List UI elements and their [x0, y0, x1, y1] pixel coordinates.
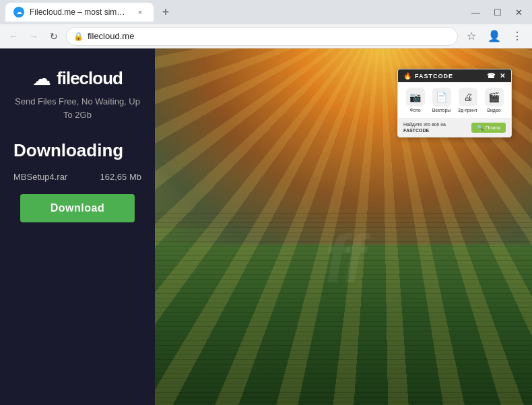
main-content: ff 🔥 FASTCODE ☎ ✕: [155, 49, 532, 405]
fastcode-footer: Найдите это всё на FASTCODE 🔍 Поиск: [398, 118, 511, 137]
field-overlay: [155, 209, 532, 405]
file-name: MBSetup4.rar: [13, 172, 67, 182]
fastcode-header: 🔥 FASTCODE ☎ ✕: [398, 69, 511, 82]
tab-bar: ☁ Filecloud.me – most simple file s × +: [5, 3, 465, 22]
bookmark-button[interactable]: ☆: [462, 27, 481, 46]
maximize-button[interactable]: ☐: [490, 6, 506, 19]
fastcode-search-button[interactable]: 🔍 Поиск: [471, 123, 506, 133]
logo-icon: ☁: [32, 67, 51, 90]
fastcode-print-icon: 🖨: [459, 88, 477, 106]
fastcode-print-label: 3д-принт: [458, 108, 477, 113]
fastcode-footer-line2: FASTCODE: [403, 127, 446, 133]
fastcode-phone-icon[interactable]: ☎: [487, 72, 496, 80]
url-bar[interactable]: 🔒 filecloud.me: [66, 27, 458, 46]
fastcode-label: FASTCODE: [415, 73, 453, 80]
fastcode-logo: 🔥 FASTCODE: [403, 72, 453, 80]
tab-favicon: ☁: [13, 7, 24, 18]
fastcode-video-item[interactable]: 🎬 Видео: [482, 88, 506, 113]
forward-button[interactable]: →: [26, 28, 42, 44]
fastcode-close-icon[interactable]: ✕: [500, 72, 506, 80]
downloading-title: Downloading: [13, 140, 123, 161]
fastcode-vector-icon: 📄: [432, 88, 451, 106]
fastcode-photo-item[interactable]: 📷 Фото: [403, 88, 427, 113]
file-size: 162,65 Mb: [100, 172, 141, 182]
background-scene: ff 🔥 FASTCODE ☎ ✕: [155, 49, 532, 405]
title-bar: ☁ Filecloud.me – most simple file s × + …: [0, 0, 532, 24]
fastcode-print-item[interactable]: 🖨 3д-принт: [456, 88, 479, 113]
sidebar: ☁ filecloud Send Files Free, No Waiting,…: [0, 49, 155, 405]
download-button[interactable]: Download: [20, 194, 135, 222]
url-text: filecloud.me: [88, 31, 134, 41]
fastcode-footer-line1: Найдите это всё на: [403, 121, 446, 127]
fastcode-popup: 🔥 FASTCODE ☎ ✕ 📷 Фото: [397, 69, 512, 137]
fastcode-icons-grid: 📷 Фото 📄 Векторы 🖨 3д-принт 🎬: [398, 82, 511, 118]
close-window-button[interactable]: ✕: [511, 6, 527, 19]
fastcode-photo-label: Фото: [409, 108, 420, 113]
fastcode-search-label: Поиск: [486, 125, 500, 131]
address-bar: ← → ↻ 🔒 filecloud.me ☆ 👤 ⋮: [0, 24, 532, 49]
back-button[interactable]: ←: [5, 28, 22, 44]
fastcode-footer-text: Найдите это всё на FASTCODE: [403, 121, 446, 133]
window-controls: — ☐ ✕: [467, 6, 527, 19]
fastcode-photo-icon: 📷: [406, 88, 425, 106]
fastcode-video-icon: 🎬: [485, 88, 504, 106]
browser-window: ☁ Filecloud.me – most simple file s × + …: [0, 0, 532, 405]
lock-icon: 🔒: [73, 32, 84, 41]
account-button[interactable]: 👤: [485, 27, 504, 46]
page-content: ☁ filecloud Send Files Free, No Waiting,…: [0, 49, 532, 405]
file-info: MBSetup4.rar 162,65 Mb: [13, 172, 141, 182]
address-bar-right: ☆ 👤 ⋮: [462, 27, 527, 46]
refresh-button[interactable]: ↻: [46, 28, 62, 44]
fastcode-video-label: Видео: [487, 108, 500, 113]
fastcode-vector-label: Векторы: [432, 108, 451, 113]
menu-button[interactable]: ⋮: [508, 27, 527, 46]
new-tab-button[interactable]: +: [156, 3, 175, 22]
tab-label: Filecloud.me – most simple file s: [30, 7, 129, 17]
fastcode-fire-icon: 🔥: [403, 72, 412, 80]
active-tab[interactable]: ☁ Filecloud.me – most simple file s ×: [5, 3, 154, 22]
tab-close-button[interactable]: ×: [135, 7, 145, 18]
fastcode-vector-item[interactable]: 📄 Векторы: [430, 88, 453, 113]
fastcode-search-icon: 🔍: [477, 125, 484, 131]
logo-area: ☁ filecloud: [32, 67, 123, 90]
fastcode-header-icons: ☎ ✕: [487, 72, 506, 80]
logo-text: filecloud: [57, 68, 123, 89]
minimize-button[interactable]: —: [467, 6, 484, 19]
tagline: Send Files Free, No Waiting, Up To 2Gb: [13, 95, 141, 121]
